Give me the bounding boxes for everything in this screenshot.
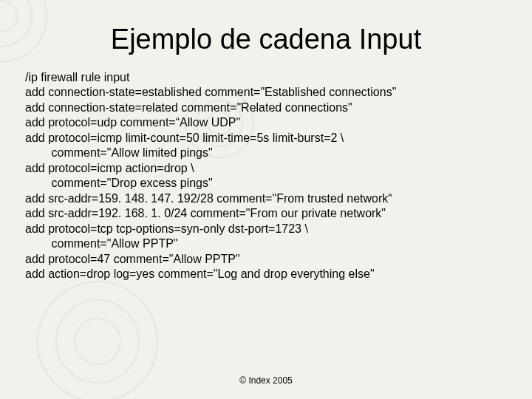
code-block: /ip firewall rule input add connection-s…	[0, 70, 532, 282]
slide-title: Ejemplo de cadena Input	[0, 0, 532, 70]
footer-copyright: © Index 2005	[0, 375, 532, 386]
slide: Ejemplo de cadena Input /ip firewall rul…	[0, 0, 532, 399]
